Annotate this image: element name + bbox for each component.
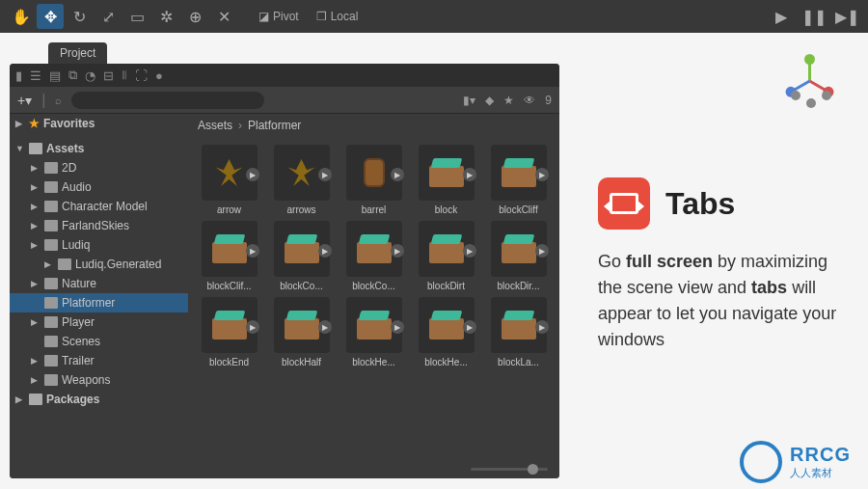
asset-item[interactable]: ▶arrows [268,145,335,215]
folder-character[interactable]: ▶Character Model [10,197,188,216]
folder-icon [29,143,42,154]
asset-item[interactable]: ▶arrow [196,145,262,215]
asset-item[interactable]: ▶blockHe... [413,297,479,367]
folder-ludiq-generated[interactable]: ▶Ludiq.Generated [10,255,188,274]
play-icon[interactable]: ▶ [535,244,549,258]
hidden-toggle[interactable]: 👁 [524,94,535,107]
tag-icon[interactable]: ◆ [485,94,494,107]
play-icon[interactable]: ▶ [246,320,259,334]
asset-item[interactable]: ▶blockCo... [340,221,407,291]
play-icon[interactable]: ▶ [391,168,404,181]
play-icon[interactable]: ▶ [318,320,332,334]
asset-item[interactable]: ▶blockHe... [340,297,407,367]
project-tab[interactable]: Project [48,42,107,64]
pivot-label: Pivot [273,10,299,23]
folder-2d[interactable]: ▶2D [10,158,188,177]
asset-item[interactable]: ▶blockCo... [268,221,335,291]
breadcrumb-assets[interactable]: Assets [198,119,232,132]
scene-gizmo[interactable] [781,52,839,110]
tab-game-icon[interactable]: ⧉ [68,68,77,83]
play-button[interactable]: ▶ [768,4,795,29]
local-toggle[interactable]: ❒ Local [309,10,366,23]
search-icon: ⌕ [55,95,62,106]
play-icon[interactable]: ▶ [463,320,476,334]
favorites-item[interactable]: ▶★Favorites [10,114,188,133]
star-icon: ★ [29,117,40,130]
folder-audio[interactable]: ▶Audio [10,177,188,197]
play-icon[interactable]: ▶ [391,320,404,334]
rect-tool-button[interactable]: ▭ [123,4,150,29]
custom-tool-button[interactable]: ✕ [210,4,237,29]
folder-trailer[interactable]: ▶Trailer [10,351,188,370]
tab-frame-icon[interactable]: ⊟ [103,68,114,83]
assets-folder[interactable]: ▼Assets [10,139,188,158]
watermark-text: RRCG [790,444,851,466]
folder-icon [44,336,58,347]
asset-label: blockLa... [498,357,539,367]
scale-tool-button[interactable]: ⤢ [95,4,122,29]
watermark-sub: 人人素材 [790,466,851,480]
asset-item[interactable]: ▶blockDir... [485,221,552,291]
play-icon[interactable]: ▶ [246,244,259,258]
move-tool-button[interactable]: ✥ [37,4,64,29]
feature-description: Go full screen by maximizing the scene v… [598,249,849,353]
transform-tool-button[interactable]: ✲ [152,4,179,29]
tab-stats-icon[interactable]: ◔ [85,68,95,83]
play-icon[interactable]: ▶ [318,168,332,181]
folder-icon [44,355,58,367]
globe-tool-button[interactable]: ⊕ [181,4,208,29]
packages-folder[interactable]: ▶Packages [10,390,188,409]
hand-tool-button[interactable]: ✋ [8,4,35,29]
play-icon[interactable]: ▶ [463,168,476,181]
folder-icon [44,220,58,231]
asset-item[interactable]: ▶blockEnd [196,297,262,367]
step-button[interactable]: ▶❚ [833,4,860,29]
folder-platformer[interactable]: Platformer [10,293,188,312]
asset-item[interactable]: ▶block [413,145,479,215]
panel-toolbar: +▾ | ⌕ ▮▾ ◆ ★ 👁 9 [10,87,559,114]
pivot-toggle[interactable]: ◪ Pivot [251,10,307,23]
folder-scenes[interactable]: Scenes [10,332,188,351]
search-input[interactable] [71,92,264,109]
play-icon[interactable]: ▶ [463,244,476,258]
folder-tree: ▶★Favorites ▼Assets ▶2D ▶Audio ▶Characte… [10,114,188,478]
asset-label: block [435,204,457,215]
play-icon[interactable]: ▶ [535,168,549,181]
asset-item[interactable]: ▶blockDirt [413,221,479,291]
play-icon[interactable]: ▶ [246,168,259,181]
packages-label: Packages [46,393,99,406]
folder-ludiq[interactable]: ▶Ludiq [10,235,188,255]
play-icon[interactable]: ▶ [318,244,332,258]
asset-item[interactable]: ▶barrel [340,145,407,215]
pause-button[interactable]: ❚❚ [800,4,827,29]
asset-item[interactable]: ▶blockHalf [268,297,335,367]
tab-list-icon[interactable]: ☰ [30,68,41,83]
folder-farlandskies[interactable]: ▶FarlandSkies [10,216,188,235]
thumbnail-size-slider[interactable] [188,459,559,478]
tab-sliders-icon[interactable]: ⫴ [122,68,127,83]
asset-label: blockCliff [499,204,537,215]
tab-light-icon[interactable]: ● [155,68,163,83]
star-filter-icon[interactable]: ★ [503,94,514,107]
tab-folder-icon[interactable]: ▮ [15,68,22,83]
asset-label: barrel [362,204,387,215]
folder-player[interactable]: ▶Player [10,312,188,332]
add-button[interactable]: +▾ [17,93,32,108]
assets-label: Assets [46,142,84,155]
folder-weapons[interactable]: ▶Weapons [10,370,188,390]
tab-expand-icon[interactable]: ⛶ [135,68,148,83]
asset-item[interactable]: ▶blockCliff [485,145,552,215]
asset-item[interactable]: ▶blockClif... [196,221,262,291]
panel-tab-strip: ▮ ☰ ▤ ⧉ ◔ ⊟ ⫴ ⛶ ● [10,64,559,87]
asset-item[interactable]: ▶blockLa... [485,297,552,367]
play-icon[interactable]: ▶ [391,244,404,258]
folder-nature[interactable]: ▶Nature [10,274,188,293]
rotate-tool-button[interactable]: ↻ [66,4,93,29]
breadcrumb-platformer[interactable]: Platformer [248,119,301,132]
asset-label: arrow [217,204,241,215]
tab-doc-icon[interactable]: ▤ [49,68,61,83]
play-icon[interactable]: ▶ [535,320,549,334]
asset-label: blockCo... [280,281,322,291]
filter-icon[interactable]: ▮▾ [463,94,475,107]
asset-label: blockClif... [206,281,251,291]
